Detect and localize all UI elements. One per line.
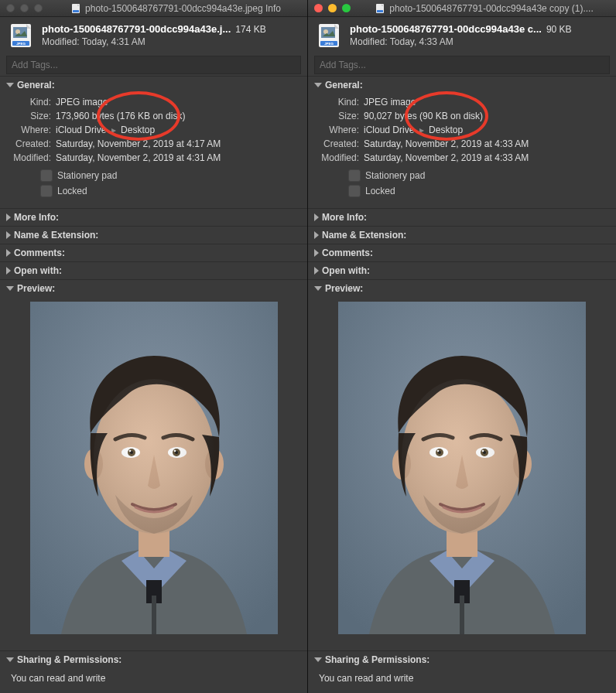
created-label: Created: (6, 138, 51, 150)
section-general[interactable]: General: (308, 76, 616, 94)
titlebar[interactable]: photo-1500648767791-00dcc994a43e copy (1… (308, 0, 616, 17)
disclosure-closed-icon (6, 213, 11, 221)
disclosure-closed-icon (6, 249, 11, 257)
section-preview[interactable]: Preview: (0, 279, 307, 297)
checkbox-icon (348, 185, 361, 197)
file-size: 174 KB (235, 24, 265, 35)
locked-checkbox[interactable]: Locked (348, 185, 610, 197)
section-sharing[interactable]: Sharing & Permissions: (0, 650, 307, 668)
disclosure-closed-icon (314, 249, 319, 257)
file-modified: Modified: Today, 4:31 AM (42, 36, 298, 47)
where-label: Where: (314, 124, 359, 136)
file-thumb-icon (9, 23, 34, 48)
section-more-info[interactable]: More Info: (0, 208, 307, 226)
disclosure-closed-icon (314, 267, 319, 275)
traffic-lights (0, 4, 60, 12)
disclosure-open-icon (314, 83, 322, 87)
section-comments[interactable]: Comments: (308, 244, 616, 261)
locked-label: Locked (365, 186, 395, 196)
section-title: Name & Extension: (322, 230, 406, 241)
minimize-dot[interactable] (20, 4, 29, 12)
tags-field[interactable]: Add Tags... (314, 56, 610, 74)
minimize-dot[interactable] (328, 4, 337, 12)
modified-label: Modified: (6, 152, 51, 164)
stationery-checkbox[interactable]: Stationery pad (348, 169, 610, 182)
where-label: Where: (6, 124, 51, 136)
traffic-lights (308, 4, 368, 12)
locked-checkbox[interactable]: Locked (40, 185, 301, 197)
section-comments[interactable]: Comments: (0, 244, 307, 261)
where-value: iCloud Drive ▸ Desktop (56, 124, 301, 136)
disclosure-closed-icon (314, 231, 319, 239)
checkbox-icon (40, 185, 53, 197)
file-name: photo-1500648767791-00dcc994a43e.j... (42, 23, 231, 35)
document-icon (71, 3, 80, 14)
disclosure-open-icon (314, 286, 322, 291)
zoom-dot[interactable] (34, 4, 43, 12)
where-value: iCloud Drive ▸ Desktop (364, 124, 610, 136)
locked-label: Locked (57, 186, 87, 196)
size-value: 90,027 bytes (90 KB on disk) (364, 110, 610, 122)
modified-value: Saturday, November 2, 2019 at 4:31 AM (56, 152, 301, 164)
section-title: Sharing & Permissions: (325, 654, 429, 665)
preview-body (0, 297, 307, 650)
disclosure-closed-icon (314, 213, 319, 221)
section-preview[interactable]: Preview: (308, 279, 616, 297)
kind-value: JPEG image (56, 96, 301, 108)
kind-label: Kind: (314, 96, 359, 108)
section-title: Open with: (322, 265, 370, 276)
size-value: 173,960 bytes (176 KB on disk) (56, 110, 301, 122)
section-title: More Info: (322, 212, 367, 223)
section-title: General: (325, 80, 363, 90)
disclosure-closed-icon (6, 267, 11, 275)
stationery-checkbox[interactable]: Stationery pad (40, 169, 301, 182)
disclosure-closed-icon (6, 231, 11, 239)
section-title: General: (17, 80, 55, 90)
zoom-dot[interactable] (342, 4, 351, 12)
kind-value: JPEG image (364, 96, 610, 108)
stationery-label: Stationery pad (57, 170, 117, 181)
checkbox-icon (40, 169, 53, 182)
size-label: Size: (6, 110, 51, 122)
close-dot[interactable] (6, 4, 15, 12)
modified-value: Saturday, November 2, 2019 at 4:33 AM (364, 152, 610, 164)
file-header: photo-1500648767791-00dcc994a43e c... 90… (308, 17, 616, 53)
disclosure-open-icon (6, 657, 14, 662)
section-open-with[interactable]: Open with: (0, 261, 307, 279)
section-title: Comments: (14, 248, 65, 258)
section-more-info[interactable]: More Info: (308, 208, 616, 226)
close-dot[interactable] (314, 4, 323, 12)
section-title: Comments: (322, 248, 373, 258)
kind-label: Kind: (6, 96, 51, 108)
info-window-right: photo-1500648767791-00dcc994a43e copy (1… (308, 0, 616, 693)
section-title: Sharing & Permissions: (17, 654, 121, 665)
preview-image (338, 302, 586, 634)
file-name: photo-1500648767791-00dcc994a43e c... (350, 23, 542, 35)
created-value: Saturday, November 2, 2019 at 4:33 AM (364, 138, 610, 150)
disclosure-open-icon (6, 286, 14, 291)
created-label: Created: (314, 138, 359, 150)
size-label: Size: (314, 110, 359, 122)
section-sharing[interactable]: Sharing & Permissions: (308, 650, 616, 668)
section-title: Preview: (325, 283, 363, 294)
disclosure-open-icon (314, 657, 322, 662)
section-name-ext[interactable]: Name & Extension: (0, 226, 307, 244)
disclosure-open-icon (6, 83, 14, 87)
file-thumb-icon (317, 23, 342, 48)
window-title: photo-1500648767791-00dcc994a43e.jpeg In… (85, 3, 281, 14)
modified-label: Modified: (314, 152, 359, 164)
section-title: More Info: (14, 212, 59, 223)
permissions-text: You can read and write (0, 668, 307, 693)
section-title: Name & Extension: (14, 230, 98, 241)
document-icon (375, 3, 385, 14)
section-general[interactable]: General: (0, 76, 307, 94)
file-modified: Modified: Today, 4:33 AM (350, 36, 607, 47)
section-name-ext[interactable]: Name & Extension: (308, 226, 616, 244)
section-title: Preview: (17, 283, 55, 294)
section-open-with[interactable]: Open with: (308, 261, 616, 279)
info-window-left: photo-1500648767791-00dcc994a43e.jpeg In… (0, 0, 308, 693)
tags-field[interactable]: Add Tags... (6, 56, 301, 74)
titlebar[interactable]: photo-1500648767791-00dcc994a43e.jpeg In… (0, 0, 307, 17)
section-title: Open with: (14, 265, 62, 276)
window-title: photo-1500648767791-00dcc994a43e copy (1… (389, 3, 594, 14)
